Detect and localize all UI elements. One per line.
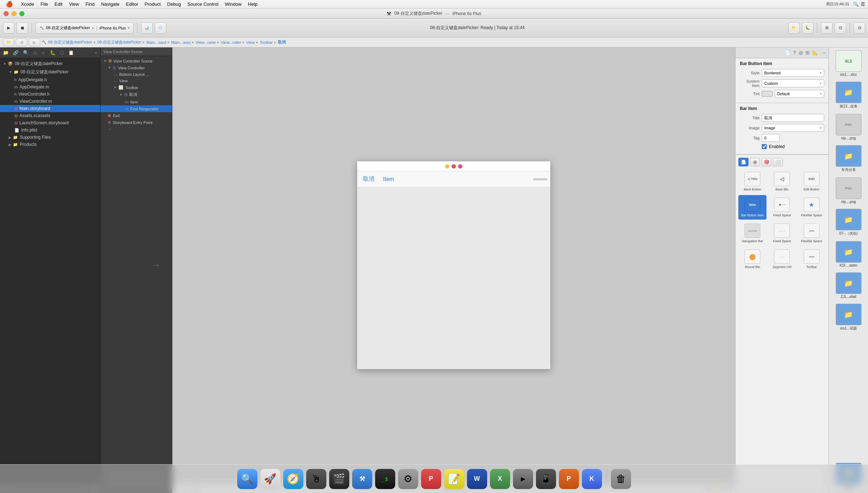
desktop-file-5[interactable]: 📁 07--（优化) xyxy=(830,207,867,238)
menu-navigate[interactable]: Navigate xyxy=(98,1,122,8)
dock-simulator[interactable]: 📱 xyxy=(536,469,556,489)
breadcrumb-item4[interactable]: View...cene xyxy=(196,40,216,45)
view-item[interactable]: ▼ ⬜ Toolbar xyxy=(101,84,172,91)
utilities-toggle[interactable]: ⊟ xyxy=(854,22,865,34)
breadcrumb-item0[interactable]: 08-自定义键盘datePicker xyxy=(48,40,92,45)
menu-help[interactable]: Help xyxy=(245,1,261,8)
dock-trash[interactable]: 🗑 xyxy=(611,469,631,489)
lib-tab-colors[interactable]: ⬜ xyxy=(773,158,783,166)
tree-item-main-storyboard[interactable]: ⊞ Main.storyboard xyxy=(0,105,100,112)
inspector-size-icon[interactable]: 📐 xyxy=(812,50,818,55)
dock-terminal[interactable]: _$ xyxy=(375,469,395,489)
dock-launchpad[interactable]: 🚀 xyxy=(260,469,280,489)
style-select[interactable]: Bordered ▾ xyxy=(762,69,824,77)
desktop-file-1[interactable]: 📁 第13...业准 xyxy=(830,80,867,110)
lib-item-0[interactable]: ◁ Title Back Button xyxy=(738,169,766,194)
lib-item-7[interactable]: - - - Fixed Space xyxy=(768,221,796,245)
lib-item-8[interactable]: ⟺ Flexible Space xyxy=(798,221,826,245)
version-toggle[interactable]: ⊡ xyxy=(835,22,846,34)
dock-word[interactable]: W xyxy=(467,469,487,489)
nav-add-icon[interactable]: + xyxy=(94,50,97,55)
nav-search-icon[interactable]: 🔍 xyxy=(23,50,29,55)
breakpoint-button[interactable]: ⬡ xyxy=(155,22,166,34)
tint-color-swatch[interactable] xyxy=(762,91,773,97)
lib-item-9[interactable]: ⬤ Round Btn xyxy=(738,247,766,271)
menu-edit[interactable]: Edit xyxy=(52,1,65,8)
cancel-bar-button[interactable]: 取消 xyxy=(363,175,374,183)
desktop-file-6[interactable]: 📁 KSI....aster xyxy=(830,240,867,269)
storyboard-canvas[interactable]: → 取消 Item xyxy=(172,47,735,483)
tag-input[interactable] xyxy=(762,134,780,142)
tree-item-info-plist[interactable]: 📄 Info.plist xyxy=(0,126,100,134)
menu-xcode[interactable]: Xcode xyxy=(18,1,37,8)
breadcrumb-item3[interactable]: Main...ase) xyxy=(171,40,191,45)
top-layout-item[interactable]: — Bottom Layout ... xyxy=(101,71,172,78)
dock-xcode[interactable]: ⚒ xyxy=(352,469,372,489)
dock-wmv[interactable]: ▶ xyxy=(513,469,533,489)
debug-toggle[interactable]: 🐛 xyxy=(802,22,813,34)
nav-folder-icon[interactable]: 📁 xyxy=(3,50,9,55)
dock-mouse[interactable]: 🖱 xyxy=(306,469,326,489)
nav-source-icon[interactable]: 🔗 xyxy=(13,50,19,55)
vc-item[interactable]: ▼ ◎ View Controller xyxy=(101,64,172,71)
image-select[interactable]: Image ▾ xyxy=(762,124,824,132)
navigator-toggle[interactable]: 📁 xyxy=(788,22,800,34)
scheme-selector[interactable]: 🔨 08-自定义键盘datePicker ▸ | iPhone 6s Plus … xyxy=(36,22,134,34)
menu-product[interactable]: Product xyxy=(142,1,164,8)
nav-breakpoint-icon[interactable]: ⬡ xyxy=(60,50,64,55)
assistant-toggle[interactable]: ⊞ xyxy=(821,22,832,34)
breadcrumb-item8[interactable]: 取消 xyxy=(278,40,286,45)
run-button[interactable]: ▶ xyxy=(3,22,14,34)
menu-view[interactable]: View xyxy=(66,1,82,8)
breadcrumb-item7[interactable]: Toolbar xyxy=(260,40,273,45)
scene-root-item[interactable]: ▼ ⊞ View Controller Scene xyxy=(101,57,172,64)
inspector-connections-icon[interactable]: → xyxy=(821,50,826,55)
menu-window[interactable]: Window xyxy=(222,1,244,8)
menu-debug[interactable]: Debug xyxy=(164,1,184,8)
stop-button[interactable]: ◼ xyxy=(17,22,28,34)
lib-item-3[interactable]: Item Bar Button Item xyxy=(738,195,766,220)
first-responder-item[interactable]: ◉ Exit xyxy=(101,112,172,119)
lib-item-1[interactable]: ◁ Back Btn xyxy=(768,169,796,194)
menu-file[interactable]: File xyxy=(38,1,51,8)
cancel-baritem[interactable]: ▭ Item xyxy=(101,98,172,105)
dock-keynote[interactable]: K xyxy=(582,469,602,489)
system-item-select[interactable]: Custom ▾ xyxy=(762,79,824,87)
dock-ppt[interactable]: P xyxy=(559,469,579,489)
dock-system-prefs[interactable]: ⚙ xyxy=(398,469,418,489)
tree-item-project-group[interactable]: ▼ 📁 08-自定义键盘datePicker xyxy=(0,68,100,76)
dock-pocket[interactable]: P xyxy=(421,469,441,489)
breadcrumb-item2[interactable]: Main...oard xyxy=(146,40,166,45)
inspector-identity-icon[interactable]: ◎ xyxy=(799,50,803,55)
tint-select[interactable]: Default ▾ xyxy=(775,90,824,98)
breadcrumb-item1[interactable]: 08-自定义键盘datePicker xyxy=(97,40,141,45)
nav-debug-nav-icon[interactable]: 🐛 xyxy=(50,50,56,55)
lib-tab-objects[interactable]: 📄 xyxy=(738,158,748,166)
dock-notes[interactable]: 📝 xyxy=(444,469,464,489)
minimize-button[interactable] xyxy=(11,11,17,16)
inspector-attr-icon[interactable]: ⊞ xyxy=(806,50,809,55)
item-bar-button[interactable]: Item xyxy=(383,176,394,183)
lib-item-10[interactable]: - - - Segment Ctrl xyxy=(768,247,796,271)
close-button[interactable] xyxy=(4,11,9,16)
desktop-file-4[interactable]: PNG nip....png xyxy=(830,176,867,205)
toolbar-item[interactable]: ▼ ⊟ 取消 xyxy=(101,91,172,98)
tree-item-appdelegate-h[interactable]: h AppDelegate.h xyxy=(0,76,100,83)
tree-item-appdelegate-m[interactable]: m AppDelegate.m xyxy=(0,83,100,91)
desktop-file-0[interactable]: XLS ios1....xlsx xyxy=(830,49,867,78)
code-coverage-button[interactable]: 📊 xyxy=(141,22,153,34)
nav-report-icon[interactable]: 📋 xyxy=(68,50,74,55)
dock-x-app[interactable]: X xyxy=(490,469,510,489)
tree-item-viewcontroller-h[interactable]: h ViewController.h xyxy=(0,91,100,98)
lib-item-11[interactable]: ⟺ Toolbar xyxy=(798,247,826,271)
tree-item-project-root[interactable]: ▼ 📦 08-自定义键盘datePicker xyxy=(0,60,100,68)
menu-find[interactable]: Find xyxy=(83,1,97,8)
lib-item-6[interactable]: navbar Navigation Bar xyxy=(738,221,766,245)
menu-source-control[interactable]: Source Control xyxy=(185,1,221,8)
navigator-panel-toggle[interactable]: 📁 xyxy=(3,38,14,46)
dock-quicktime[interactable]: 🎬 xyxy=(329,469,349,489)
inspector-quick-icon[interactable]: ? xyxy=(793,50,796,55)
exit-item[interactable]: ⊗ Storyboard Entry Point xyxy=(101,119,172,126)
enabled-checkbox[interactable] xyxy=(762,144,767,149)
lib-item-4[interactable]: ★ ··· Fixed Space xyxy=(768,195,796,220)
